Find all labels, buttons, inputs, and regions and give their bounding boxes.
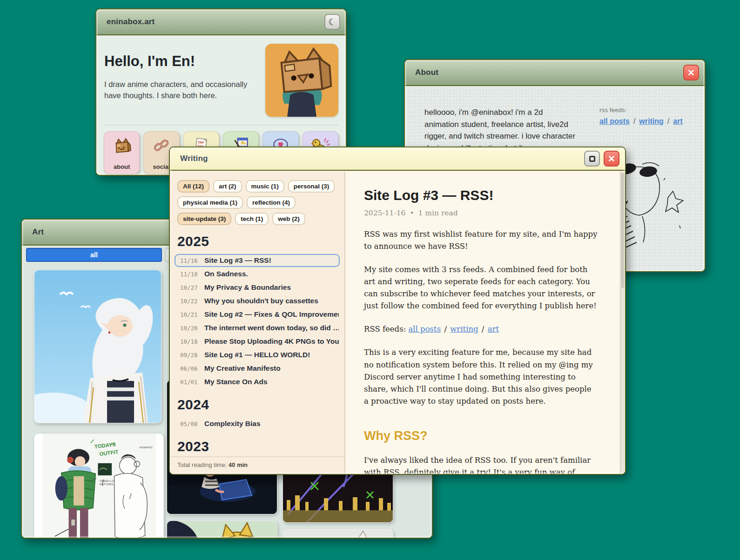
post-date: 10/27 <box>180 284 199 291</box>
post-row[interactable]: 10/22 Why you shouldn't buy cassettes <box>175 294 340 307</box>
rss-links: all posts/writing/art <box>599 117 691 126</box>
rss-link-all-posts[interactable]: all posts <box>408 325 441 333</box>
tile-about[interactable]: about <box>104 131 140 174</box>
post-date: 09/28 <box>180 352 199 359</box>
post-date: 10/21 <box>180 311 199 318</box>
box-cat-icon <box>112 136 132 156</box>
article-paragraph: I've always liked the idea of RSS too. I… <box>364 454 598 474</box>
writing-list-panel: All (12) art (2) music (1) personal (3) … <box>170 172 345 474</box>
post-title: Please Stop Uploading 4K PNGs to You… <box>204 337 340 346</box>
rss-link-art[interactable]: art <box>488 325 499 333</box>
post-title: Site Log #2 — Fixes & QOL Improvemen… <box>204 310 340 319</box>
post-row[interactable]: 11/16 Site Log #3 — RSS! <box>175 254 340 267</box>
post-row[interactable]: 10/18 Please Stop Uploading 4K PNGs to Y… <box>175 335 340 348</box>
separator: / <box>479 325 487 333</box>
article-subheading: Why RSS? <box>364 429 598 443</box>
post-date: 05/08 <box>180 420 199 427</box>
home-window-title: eninabox.art <box>107 17 155 27</box>
art-thumbnail-cats-green[interactable] <box>167 520 277 538</box>
art-window-title: Art <box>32 227 44 237</box>
reading-time-value: 40 min <box>229 461 248 468</box>
reading-time-footer: Total reading time: 40 min <box>170 456 344 474</box>
avatar <box>265 44 338 117</box>
close-button[interactable]: ✕ <box>683 65 699 80</box>
rss-link-writing[interactable]: writing <box>639 117 663 125</box>
svg-text:GREEN LGT: GREEN LGT <box>100 479 116 482</box>
post-title: My Creative Manifesto <box>204 364 281 373</box>
year-heading: 2023 <box>177 439 344 454</box>
filter-chip-reflection[interactable]: reflection (4) <box>247 196 296 209</box>
year-heading: 2024 <box>177 397 344 413</box>
writing-titlebar[interactable]: Writing ✕ <box>170 147 625 171</box>
home-tagline: I draw anime characters, and occasionall… <box>104 79 258 101</box>
separator: / <box>667 117 669 125</box>
art-thumbnail-outfit-sketch[interactable]: TODAYS OUTFIT GREEN LGT MATCHES <box>34 433 164 538</box>
article-paragraph: My site comes with 3 rss feeds. A combin… <box>364 264 598 312</box>
post-title: Why you shouldn't buy cassettes <box>204 297 318 305</box>
reading-time-label: Total reading time: <box>177 461 227 468</box>
dark-mode-button[interactable]: ☾ <box>324 14 340 30</box>
window-writing: Writing ✕ All (12) art (2) music (1) per… <box>169 147 626 475</box>
writing-window-title: Writing <box>180 154 208 163</box>
close-button[interactable]: ✕ <box>604 151 619 167</box>
about-titlebar[interactable]: About ✕ <box>405 60 705 86</box>
article-paragraph: This is a very exciting feature for me, … <box>364 347 598 407</box>
rss-feeds-label: rss feeds: <box>599 107 691 113</box>
filter-chips: All (12) art (2) music (1) personal (3) … <box>170 172 344 225</box>
post-date: 10/18 <box>180 338 199 345</box>
post-row[interactable]: 06/06 My Creative Manifesto <box>175 362 340 375</box>
post-title: Site Log #1 — HELLO WORLD! <box>204 351 310 359</box>
rss-link-writing[interactable]: writing <box>450 325 478 333</box>
chain-link-icon <box>152 136 171 156</box>
filter-chip-web[interactable]: web (2) <box>272 213 305 225</box>
rss-link-all-posts[interactable]: all posts <box>599 117 630 125</box>
svg-text:MATCHES: MATCHES <box>100 482 113 486</box>
year-heading: 2025 <box>177 233 344 249</box>
filter-chip-art[interactable]: art (2) <box>213 180 242 193</box>
post-date: 11/16 <box>180 257 199 264</box>
post-date: 01/01 <box>180 379 199 386</box>
tab-all[interactable]: all <box>26 248 162 262</box>
post-title: Site Log #3 — RSS! <box>204 256 271 265</box>
close-icon: ✕ <box>687 68 695 77</box>
post-row[interactable]: 10/27 My Privacy & Boundaries <box>175 281 340 294</box>
about-rss: rss feeds: all posts/writing/art <box>599 107 691 126</box>
filter-chip-personal[interactable]: personal (3) <box>288 180 335 193</box>
post-row[interactable]: 11/10 On Sadness. <box>175 267 340 280</box>
post-row[interactable]: 05/08 Complexity Bias <box>175 417 340 430</box>
art-thumbnail-sketch-grey[interactable] <box>283 529 393 538</box>
separator: / <box>633 117 635 125</box>
box-cat-avatar-icon <box>265 44 338 117</box>
maximize-button[interactable] <box>584 151 600 167</box>
article-scrollbar[interactable] <box>620 172 625 474</box>
post-row[interactable]: 10/20 The internet went down today, so d… <box>175 321 340 334</box>
filter-chip-site-update[interactable]: site-update (3) <box>177 213 231 225</box>
post-title: The internet went down today, so did … <box>204 324 340 332</box>
post-title: My Stance On Ads <box>204 378 268 386</box>
rss-links-prefix: RSS feeds: <box>364 325 408 333</box>
post-row[interactable]: 10/21 Site Log #2 — Fixes & QOL Improvem… <box>175 308 340 321</box>
tile-label: social <box>153 163 170 171</box>
filter-chip-physical-media[interactable]: physical media (1) <box>177 196 243 209</box>
article-paragraph: RSS was my first wishlist feature for my… <box>364 228 598 253</box>
rss-link-art[interactable]: art <box>673 117 682 125</box>
filter-chip-all[interactable]: All (12) <box>177 180 209 193</box>
about-window-title: About <box>415 68 438 77</box>
article-date: 2025-11-16 <box>364 209 405 217</box>
post-date: 11/10 <box>180 271 199 278</box>
post-title: My Privacy & Boundaries <box>204 283 291 292</box>
filter-chip-tech[interactable]: tech (1) <box>235 213 269 225</box>
separator: / <box>442 325 449 333</box>
art-thumbnail-frieren-painting[interactable] <box>34 270 161 423</box>
post-title: Complexity Bias <box>204 420 261 428</box>
moon-icon: ☾ <box>328 18 336 27</box>
post-row[interactable]: 01/01 My Stance On Ads <box>175 375 340 388</box>
svg-text:YAP: YAP <box>198 140 204 144</box>
post-date: 10/20 <box>180 325 199 332</box>
article-rss-links: RSS feeds: all posts / writing / art <box>364 323 598 335</box>
post-date: 06/06 <box>180 365 199 372</box>
home-titlebar[interactable]: eninabox.art ☾ <box>96 9 346 35</box>
post-row[interactable]: 09/28 Site Log #1 — HELLO WORLD! <box>175 348 340 361</box>
scrollbar-thumb[interactable] <box>621 173 625 288</box>
filter-chip-music[interactable]: music (1) <box>246 180 284 193</box>
